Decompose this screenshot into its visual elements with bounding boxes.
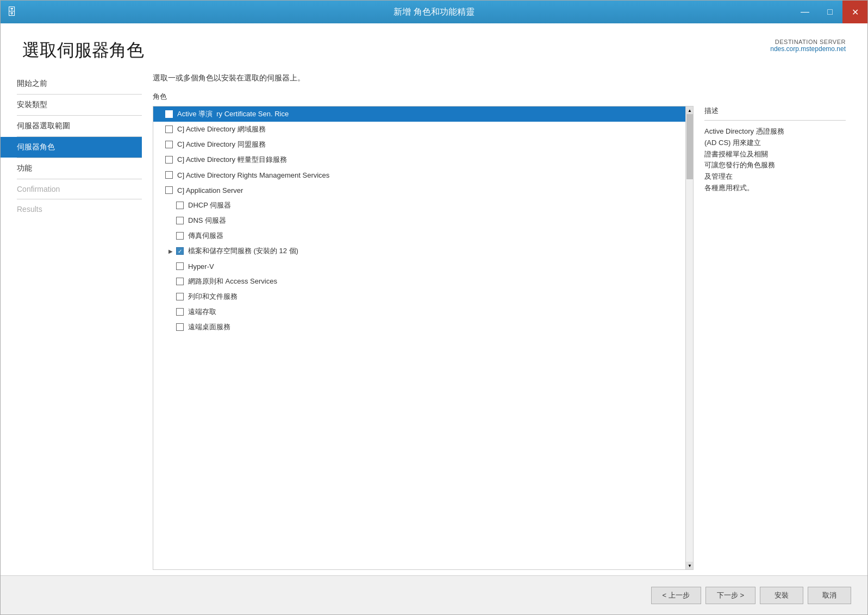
indent-spacer [158,308,168,316]
window-controls: — □ ✕ [792,1,867,23]
expand-arrow-icon [168,263,176,269]
install-button[interactable]: 安裝 [760,587,803,604]
window-title: 新增 角色和功能精靈 [394,7,474,18]
cancel-button[interactable]: 取消 [808,587,851,604]
role-label: C] Application Server [177,186,243,194]
expand-arrow-icon [158,111,165,117]
role-label: Active 導演 ry Certificate Sen. Rice [177,109,289,119]
sidebar-item-install-type[interactable]: 安裝類型 [1,95,142,115]
indent-spacer [158,202,168,210]
roles-list-wrapper: Active 導演 ry Certificate Sen. Rice C] Ac… [153,106,693,569]
expand-arrow-icon [158,142,165,148]
destination-value: ndes.corp.mstepdemo.net [770,45,846,53]
role-label: C] Active Directory 同盟服務 [177,140,266,149]
table-row[interactable]: C] Application Server [153,183,685,198]
table-row[interactable]: DNS 伺服器 [153,213,685,228]
expand-arrow-icon [168,294,176,300]
sidebar-item-results: Results [1,199,142,219]
indent-spacer [158,217,168,225]
next-button[interactable]: 下一步 > [705,587,755,604]
table-row[interactable]: ▶ 檔案和儲存空間服務 (安裝的 12 個) [153,243,685,259]
role-checkbox[interactable] [165,141,173,148]
prev-button[interactable]: < 上一步 [651,587,701,604]
expand-arrow-icon [158,157,165,163]
scrollbar-down-button[interactable]: ▼ [686,562,693,569]
expand-arrow-icon [158,127,165,133]
description-label: 描述 [704,106,846,116]
indent-spacer [158,278,168,286]
app-icon: 🗄 [7,7,17,18]
indent-spacer [158,293,168,301]
role-checkbox[interactable] [176,232,184,240]
destination-label: DESTINATION SERVER [770,39,846,45]
scrollbar-thumb[interactable] [686,114,693,179]
role-label: Hyper-V [188,262,214,271]
expand-arrow-icon [168,309,176,315]
page-title: 選取伺服器角色 [22,39,144,62]
role-checkbox[interactable] [176,202,184,209]
table-row[interactable]: 遠端桌面服務 [153,319,685,335]
sidebar-item-server-scope[interactable]: 伺服器選取範圍 [1,116,142,136]
role-label: 網路原則和 Access Services [188,277,277,286]
expand-arrow-icon [168,324,176,330]
table-row[interactable]: C] Active Directory 輕量型目錄服務 [153,152,685,167]
maximize-button[interactable]: □ [817,1,842,23]
role-label: 遠端存取 [188,307,216,317]
role-label: 遠端桌面服務 [188,322,230,332]
sidebar-item-confirmation: Confirmation [1,179,142,199]
table-row[interactable]: 列印和文件服務 [153,289,685,304]
scrollbar-up-button[interactable]: ▲ [686,106,693,114]
scrollbar-track[interactable]: ▲ ▼ [685,106,693,569]
expand-arrow-icon [168,203,176,209]
table-row[interactable]: C] Active Directory 同盟服務 [153,137,685,152]
role-checkbox[interactable] [165,125,173,133]
role-label: 檔案和儲存空間服務 (安裝的 12 個) [188,246,298,256]
expand-arrow-icon [158,172,165,178]
roles-scroll-content[interactable]: Active 導演 ry Certificate Sen. Rice C] Ac… [153,106,693,569]
role-label: C] Active Directory 網域服務 [177,124,266,134]
sidebar-item-server-roles[interactable]: 伺服器角色 [1,137,142,158]
expand-arrow-icon [168,218,176,224]
role-checkbox[interactable] [165,110,173,118]
indent-spacer [158,262,168,271]
table-row[interactable]: Active 導演 ry Certificate Sen. Rice [153,106,685,122]
role-checkbox[interactable] [176,278,184,285]
indent-spacer [158,232,168,240]
table-row[interactable]: DHCP 伺服器 [153,198,685,213]
header-section: 選取伺服器角色 DESTINATION SERVER ndes.corp.mst… [1,23,867,73]
table-row[interactable]: Hyper-V [153,259,685,274]
table-row[interactable]: 遠端存取 [153,304,685,319]
indent-spacer [158,323,168,331]
table-row[interactable]: C] Active Directory 網域服務 [153,122,685,137]
role-label: C] Active Directory 輕量型目錄服務 [177,155,287,165]
close-button[interactable]: ✕ [842,1,867,23]
table-row[interactable]: 傳真伺服器 [153,228,685,243]
titlebar: 🗄 新增 角色和功能精靈 — □ ✕ [1,1,867,23]
description-panel: 描述 Active Directory 憑證服務 (AD CS) 用來建立 證書… [704,106,846,570]
role-checkbox[interactable] [165,156,173,164]
role-checkbox[interactable] [176,293,184,300]
content-area: 選取伺服器角色 DESTINATION SERVER ndes.corp.mst… [1,23,867,614]
expand-arrow-icon [168,233,176,239]
sidebar: 開始之前 安裝類型 伺服器選取範圍 伺服器角色 功能 Confirmation … [1,73,142,575]
table-row[interactable]: C] Active Directory Rights Management Se… [153,167,685,183]
role-checkbox[interactable] [165,171,173,179]
description-text: Active Directory 憑證服務 (AD CS) 用來建立 證書授權單… [704,126,846,194]
role-checkbox[interactable] [176,308,184,316]
roles-list-container: Active 導演 ry Certificate Sen. Rice C] Ac… [153,106,694,570]
sidebar-item-start[interactable]: 開始之前 [1,73,142,94]
minimize-button[interactable]: — [792,1,817,23]
instruction-text: 選取一或多個角色以安裝在選取的伺服器上。 [153,73,846,83]
expand-arrow-icon [158,187,165,193]
role-checkbox[interactable] [176,217,184,224]
sidebar-item-features[interactable]: 功能 [1,158,142,179]
role-checkbox[interactable] [176,247,184,255]
indent-spacer [158,247,168,255]
role-checkbox[interactable] [176,262,184,270]
table-row[interactable]: 網路原則和 Access Services [153,274,685,289]
role-checkbox[interactable] [165,186,173,194]
role-checkbox[interactable] [176,323,184,331]
expand-arrow-icon [168,279,176,285]
expand-arrow-icon[interactable]: ▶ [168,248,176,254]
right-content: 選取一或多個角色以安裝在選取的伺服器上。 角色 [142,73,867,575]
